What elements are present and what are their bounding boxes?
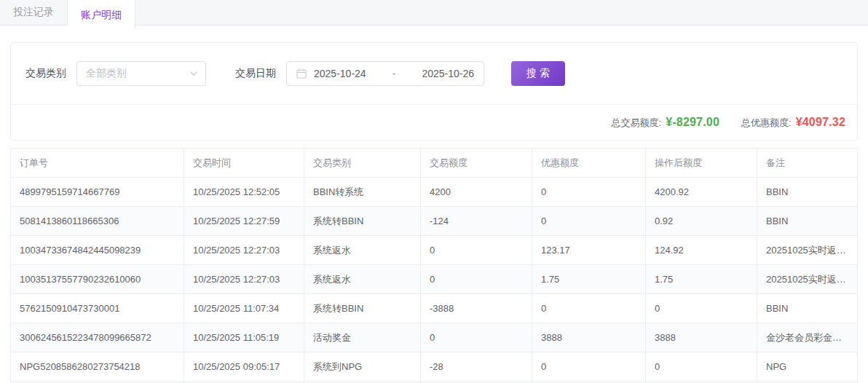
tab-account-details[interactable]: 账户明细 xyxy=(68,0,135,30)
search-button[interactable]: 搜 索 xyxy=(511,61,565,86)
table-cell: 系统返水 xyxy=(304,265,421,294)
table-cell: 10034733674842445098239 xyxy=(11,236,184,265)
table-row: 1003473367484244509823910/25/2025 12:27:… xyxy=(11,236,858,265)
total-transaction-value: ¥-8297.00 xyxy=(666,116,719,129)
table-cell: 0 xyxy=(532,207,646,236)
table-header-cell: 操作后额度 xyxy=(646,149,757,178)
date-label: 交易日期 xyxy=(235,67,276,80)
table-cell: 3888 xyxy=(532,323,646,352)
filter-row: 交易类别 全部类别 交易日期 2025-10-24 - 2025-10-26 xyxy=(11,43,857,104)
table-row: 576215091047373000110/25/2025 11:07:34系统… xyxy=(11,294,858,323)
table-header-cell: 订单号 xyxy=(11,149,184,178)
page-content: 交易类别 全部类别 交易日期 2025-10-24 - 2025-10-26 xyxy=(0,25,868,383)
table-header-cell: 交易类别 xyxy=(304,149,421,178)
table-header-row: 订单号交易时间交易类别交易额度优惠额度操作后额度备注 xyxy=(11,149,858,178)
table-cell: BBIN转系统 xyxy=(304,178,421,207)
table-cell: 10/25/2025 11:07:34 xyxy=(184,294,304,323)
table-cell: 0 xyxy=(646,352,757,382)
category-select-value: 全部类别 xyxy=(86,67,127,80)
category-select[interactable]: 全部类别 xyxy=(76,61,206,86)
table-cell: 系统转BBIN xyxy=(304,207,421,236)
total-discount-label: 总优惠额度: xyxy=(741,117,792,130)
table-header-cell: 交易时间 xyxy=(184,149,304,178)
category-label: 交易类别 xyxy=(25,67,66,80)
table-cell: BBIN xyxy=(757,178,858,207)
table-cell: 0 xyxy=(421,323,532,352)
table-cell: 1.75 xyxy=(646,265,757,294)
date-end-value[interactable]: 2025-10-26 xyxy=(422,68,474,79)
summary-row: 总交易额度: ¥-8297.00 总优惠额度: ¥4097.32 xyxy=(11,104,857,140)
table-cell: 活动奖金 xyxy=(304,323,421,352)
table-cell: 4200.92 xyxy=(646,178,757,207)
table-cell: 20251025实时返水 BB... xyxy=(757,236,858,265)
table-cell: 10/25/2025 12:52:05 xyxy=(184,178,304,207)
table-cell: 5762150910473730001 xyxy=(11,294,184,323)
table-cell: 0 xyxy=(532,294,646,323)
table-cell: 系统返水 xyxy=(304,236,421,265)
table-cell: BBIN xyxy=(757,207,858,236)
calendar-icon xyxy=(296,68,307,79)
table-header-cell: 优惠额度 xyxy=(532,149,646,178)
table-cell: 0 xyxy=(421,236,532,265)
table-cell: -3888 xyxy=(421,294,532,323)
table-cell: 0 xyxy=(532,178,646,207)
table-cell: 1.75 xyxy=(532,265,646,294)
table-header-cell: 备注 xyxy=(757,149,858,178)
table-cell: -124 xyxy=(421,207,532,236)
table-cell: 3006245615223478099665872 xyxy=(11,323,184,352)
table-cell: BBIN xyxy=(757,294,858,323)
date-start-value[interactable]: 2025-10-24 xyxy=(314,68,366,79)
table-cell: 0 xyxy=(532,352,646,382)
table-cell: 123.17 xyxy=(532,236,646,265)
table-cell: 0.92 xyxy=(646,207,757,236)
table-cell: -28 xyxy=(421,352,532,382)
date-range-input[interactable]: 2025-10-24 - 2025-10-26 xyxy=(286,61,484,86)
table-cell: NPG xyxy=(757,352,858,382)
table-cell: 10035137557790232610060 xyxy=(11,265,184,294)
total-discount-value: ¥4097.32 xyxy=(796,116,845,129)
table-cell: 10/25/2025 11:05:19 xyxy=(184,323,304,352)
table-cell: 金沙老会员彩金，一倍... xyxy=(757,323,858,352)
table-row: NPG520858628027375421810/25/2025 09:05:1… xyxy=(11,352,858,382)
tab-bar: 投注记录 账户明细 xyxy=(0,0,868,25)
table-cell: 系统转BBIN xyxy=(304,294,421,323)
total-discount-summary: 总优惠额度: ¥4097.32 xyxy=(741,116,845,130)
table-cell: 10/25/2025 09:05:17 xyxy=(184,352,304,382)
table-cell: 3888 xyxy=(646,323,757,352)
tab-betting-records[interactable]: 投注记录 xyxy=(0,0,68,25)
table-cell: 10/25/2025 12:27:03 xyxy=(184,236,304,265)
total-transaction-label: 总交易额度: xyxy=(612,117,662,130)
table-cell: 124.92 xyxy=(646,236,757,265)
table-cell: 0 xyxy=(646,294,757,323)
table-cell: 4899795159714667769 xyxy=(11,178,184,207)
table-cell: 20251025实时返水 N... xyxy=(757,265,858,294)
table-row: 1003513755779023261006010/25/2025 12:27:… xyxy=(11,265,858,294)
table-row: 508141386011866530610/25/2025 12:27:59系统… xyxy=(11,207,858,236)
table-cell: 10/25/2025 12:27:03 xyxy=(184,265,304,294)
table-cell: 10/25/2025 12:27:59 xyxy=(184,207,304,236)
table-header-cell: 交易额度 xyxy=(421,149,532,178)
table-body: 489979515971466776910/25/2025 12:52:05BB… xyxy=(11,178,858,383)
transactions-table: 订单号交易时间交易类别交易额度优惠额度操作后额度备注 4899795159714… xyxy=(10,148,858,383)
table-cell: 4200 xyxy=(421,178,532,207)
date-range-separator: - xyxy=(366,68,422,79)
table-cell: 0 xyxy=(421,265,532,294)
table-row: 300624561522347809966587210/25/2025 11:0… xyxy=(11,323,858,352)
table-cell: NPG5208586280273754218 xyxy=(11,352,184,382)
total-transaction-summary: 总交易额度: ¥-8297.00 xyxy=(612,116,720,130)
table-cell: 5081413860118665306 xyxy=(11,207,184,236)
table-cell: 系统到NPG xyxy=(304,352,421,382)
table-row: 489979515971466776910/25/2025 12:52:05BB… xyxy=(11,178,858,207)
chevron-down-icon xyxy=(189,69,198,78)
filter-card: 交易类别 全部类别 交易日期 2025-10-24 - 2025-10-26 xyxy=(10,42,858,141)
